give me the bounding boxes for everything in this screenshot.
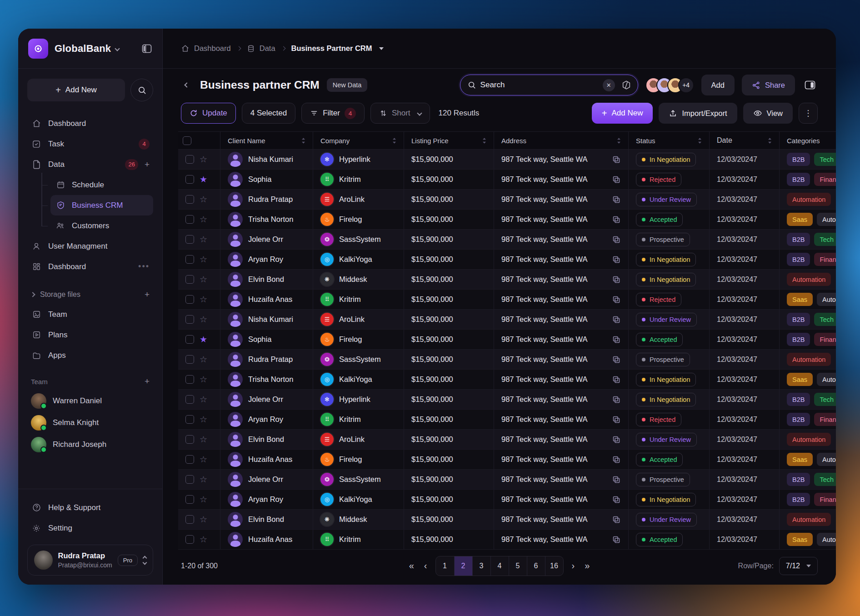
column-header-price[interactable]: Listing Price	[404, 132, 494, 149]
team-member[interactable]: Warren Daniel	[27, 390, 153, 412]
add-new-button[interactable]: + Add New	[27, 79, 125, 101]
view-button[interactable]: View	[743, 103, 793, 124]
select-all-checkbox[interactable]	[183, 136, 191, 145]
copy-icon[interactable]	[612, 315, 621, 324]
copy-icon[interactable]	[612, 215, 621, 224]
row-checkbox[interactable]	[185, 375, 194, 384]
row-checkbox[interactable]	[185, 515, 194, 524]
row-checkbox[interactable]	[185, 235, 194, 244]
star-icon[interactable]: ☆	[200, 235, 207, 244]
share-button[interactable]: Share	[742, 75, 795, 95]
avatar-overflow-count[interactable]: +4	[678, 77, 694, 93]
column-header-date[interactable]: Date	[709, 132, 779, 149]
rows-per-page-select[interactable]: 7/12	[779, 557, 818, 575]
star-icon[interactable]: ☆	[200, 295, 207, 304]
star-icon[interactable]: ☆	[200, 275, 207, 284]
more-menu-button[interactable]: ⋮	[799, 103, 818, 124]
row-checkbox[interactable]	[185, 455, 194, 464]
sidebar-item-data[interactable]: Data 26 +	[27, 154, 153, 175]
sidebar-item-business-crm[interactable]: Business CRM	[41, 195, 153, 215]
row-checkbox[interactable]	[185, 275, 194, 284]
star-icon[interactable]: ☆	[200, 435, 207, 444]
star-icon[interactable]: ☆	[200, 355, 207, 364]
copy-icon[interactable]	[612, 395, 621, 404]
copy-icon[interactable]	[612, 175, 621, 184]
row-checkbox[interactable]	[185, 295, 194, 304]
add-button[interactable]: Add	[701, 75, 735, 95]
team-member[interactable]: Richard Joseph	[27, 434, 153, 456]
copy-icon[interactable]	[612, 375, 621, 384]
star-icon[interactable]: ☆	[200, 315, 207, 324]
sidebar-item-task[interactable]: Task 4	[27, 134, 153, 154]
row-checkbox[interactable]	[185, 475, 194, 484]
prev-page-button[interactable]: ‹	[422, 561, 429, 571]
row-checkbox[interactable]	[185, 435, 194, 444]
star-icon[interactable]: ☆	[200, 475, 207, 484]
copy-icon[interactable]	[612, 355, 621, 364]
clear-search-icon[interactable]: ✕	[603, 79, 615, 91]
sidebar-item-dashboard-2[interactable]: Dashboard •••	[27, 256, 153, 277]
copy-icon[interactable]	[612, 255, 621, 264]
row-checkbox[interactable]	[185, 195, 194, 204]
star-icon[interactable]: ☆	[200, 535, 207, 544]
sidebar-item-plans[interactable]: Plans	[27, 325, 153, 345]
copy-icon[interactable]	[612, 155, 621, 164]
brand-chevron-down-icon[interactable]	[115, 46, 120, 51]
row-checkbox[interactable]	[185, 215, 194, 224]
add-new-button[interactable]: + Add New	[592, 103, 653, 124]
first-page-button[interactable]: «	[407, 561, 416, 571]
right-panel-toggle-icon[interactable]	[802, 80, 818, 90]
collaborator-avatars[interactable]: +4	[645, 77, 694, 93]
page-button[interactable]: 3	[472, 556, 490, 576]
sort-arrows-icon[interactable]	[482, 137, 486, 144]
star-icon[interactable]: ☆	[200, 255, 207, 264]
star-icon[interactable]: ☆	[200, 395, 207, 404]
sidebar-item-user-managment[interactable]: User Managment	[27, 236, 153, 256]
page-button[interactable]: 16	[545, 556, 563, 576]
page-button[interactable]: 5	[509, 556, 527, 576]
star-icon[interactable]: ☆	[200, 455, 207, 464]
copy-icon[interactable]	[612, 475, 621, 484]
copy-icon[interactable]	[612, 455, 621, 464]
selected-count-button[interactable]: 4 Selected	[242, 103, 295, 124]
page-button[interactable]: 4	[490, 556, 509, 576]
row-checkbox[interactable]	[185, 175, 194, 184]
page-button[interactable]: 6	[527, 556, 545, 576]
import-export-button[interactable]: Import/Export	[659, 103, 737, 124]
row-checkbox[interactable]	[185, 495, 194, 504]
sort-arrows-icon[interactable]	[768, 137, 772, 144]
copy-icon[interactable]	[612, 195, 621, 204]
copy-icon[interactable]	[612, 435, 621, 444]
star-icon[interactable]: ☆	[200, 415, 207, 424]
plus-icon[interactable]: +	[145, 290, 150, 300]
star-icon[interactable]: ★	[200, 175, 207, 184]
sidebar-item-setting[interactable]: Setting	[27, 518, 153, 538]
column-header-company[interactable]: Company	[313, 132, 404, 149]
back-button[interactable]	[181, 83, 193, 87]
star-icon[interactable]: ☆	[200, 215, 207, 224]
column-header-address[interactable]: Address	[494, 132, 628, 149]
more-icon[interactable]: •••	[138, 262, 150, 271]
last-page-button[interactable]: »	[583, 561, 591, 571]
sidebar-item-dashboard[interactable]: Dashboard	[27, 113, 153, 134]
plus-icon[interactable]: +	[145, 160, 150, 170]
copy-icon[interactable]	[612, 235, 621, 244]
page-button[interactable]: 1	[436, 556, 454, 576]
copy-icon[interactable]	[612, 515, 621, 524]
user-card[interactable]: Rudra Pratap Pratap@brixui.com Pro	[27, 545, 153, 576]
copy-icon[interactable]	[612, 295, 621, 304]
breadcrumb-data[interactable]: Data	[247, 44, 275, 53]
row-checkbox[interactable]	[185, 335, 194, 344]
row-checkbox[interactable]	[185, 155, 194, 164]
row-checkbox[interactable]	[185, 535, 194, 544]
page-button[interactable]: 2	[454, 556, 472, 576]
filter-button[interactable]: Filter 4	[301, 103, 365, 124]
copy-icon[interactable]	[612, 415, 621, 424]
sidebar-item-customers[interactable]: Customers	[41, 215, 153, 236]
sort-arrows-icon[interactable]	[698, 137, 702, 144]
column-header-status[interactable]: Status	[628, 132, 709, 149]
row-checkbox[interactable]	[185, 415, 194, 424]
column-header-categories[interactable]: Categories	[779, 132, 836, 149]
row-checkbox[interactable]	[185, 315, 194, 324]
row-checkbox[interactable]	[185, 395, 194, 404]
